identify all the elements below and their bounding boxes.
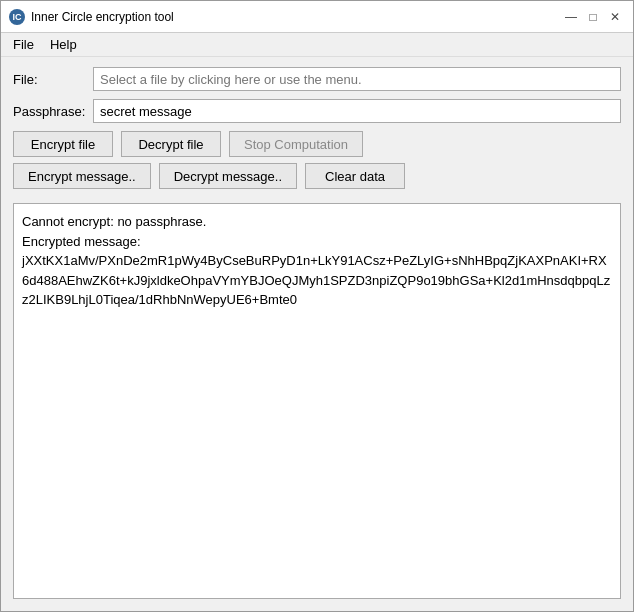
window-title: Inner Circle encryption tool xyxy=(31,10,174,24)
stop-computation-button[interactable]: Stop Computation xyxy=(229,131,363,157)
passphrase-row: Passphrase: xyxy=(13,99,621,123)
title-bar: IC Inner Circle encryption tool — □ ✕ xyxy=(1,1,633,33)
close-button[interactable]: ✕ xyxy=(605,7,625,27)
form-area: File: Passphrase: Encrypt file Decrypt f… xyxy=(1,57,633,203)
buttons-row-2: Encrypt message.. Decrypt message.. Clea… xyxy=(13,163,621,189)
decrypt-file-button[interactable]: Decrypt file xyxy=(121,131,221,157)
file-input[interactable] xyxy=(93,67,621,91)
output-text: Cannot encrypt: no passphrase. Encrypted… xyxy=(14,204,620,318)
passphrase-label: Passphrase: xyxy=(13,104,93,119)
maximize-button[interactable]: □ xyxy=(583,7,603,27)
menu-bar: File Help xyxy=(1,33,633,57)
title-bar-left: IC Inner Circle encryption tool xyxy=(9,9,174,25)
decrypt-message-button[interactable]: Decrypt message.. xyxy=(159,163,297,189)
file-label: File: xyxy=(13,72,93,87)
minimize-button[interactable]: — xyxy=(561,7,581,27)
menu-file[interactable]: File xyxy=(5,35,42,54)
menu-help[interactable]: Help xyxy=(42,35,85,54)
file-row: File: xyxy=(13,67,621,91)
passphrase-input[interactable] xyxy=(93,99,621,123)
clear-data-button[interactable]: Clear data xyxy=(305,163,405,189)
buttons-row-1: Encrypt file Decrypt file Stop Computati… xyxy=(13,131,621,157)
app-icon: IC xyxy=(9,9,25,25)
main-window: IC Inner Circle encryption tool — □ ✕ Fi… xyxy=(0,0,634,612)
encrypt-message-button[interactable]: Encrypt message.. xyxy=(13,163,151,189)
encrypt-file-button[interactable]: Encrypt file xyxy=(13,131,113,157)
title-bar-controls: — □ ✕ xyxy=(561,7,625,27)
output-area[interactable]: Cannot encrypt: no passphrase. Encrypted… xyxy=(13,203,621,599)
